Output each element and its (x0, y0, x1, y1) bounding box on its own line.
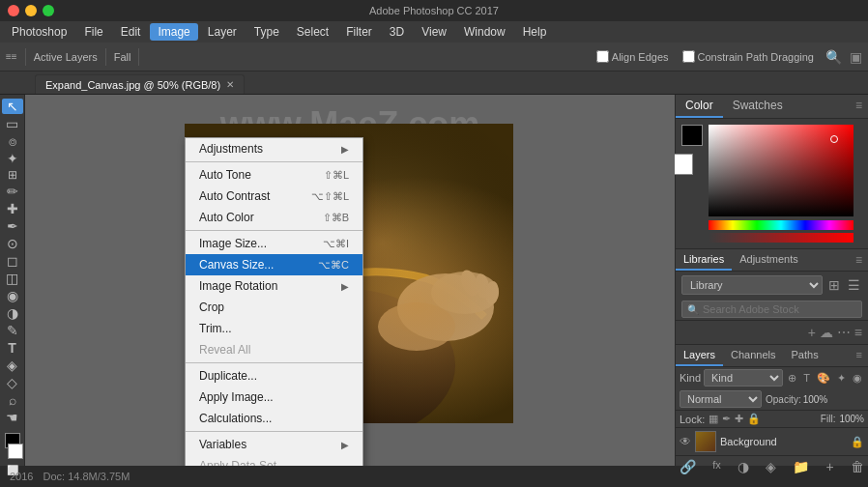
image-dropdown-menu[interactable]: Adjustments ▶ Auto Tone ⇧⌘L Auto Contras… (185, 137, 363, 466)
document-tab[interactable]: Expand_Canvas.jpg @ 50% (RGB/8) ✕ (35, 74, 245, 94)
crop-tool[interactable]: ⊞ (2, 168, 23, 182)
shape-tool[interactable]: ◇ (2, 375, 23, 390)
layer-filter-icon3[interactable]: 🎨 (815, 372, 832, 385)
magic-wand-tool[interactable]: ✦ (2, 151, 23, 166)
dodge-tool[interactable]: ◑ (2, 305, 23, 321)
layer-mask-button[interactable]: ◑ (738, 459, 749, 474)
menu-calculations[interactable]: Calculations... (186, 408, 362, 429)
menu-variables[interactable]: Variables ▶ (186, 434, 362, 455)
minimize-button[interactable] (25, 5, 37, 16)
layers-menu-button[interactable]: ≡ (851, 345, 868, 366)
search-icon[interactable]: 🔍 (825, 49, 842, 65)
menu-view[interactable]: View (414, 23, 454, 41)
color-tab[interactable]: Color (676, 95, 723, 118)
layer-new-button[interactable]: + (826, 459, 834, 474)
menu-image[interactable]: Image (150, 23, 197, 41)
window-controls[interactable] (8, 5, 54, 16)
lasso-tool[interactable]: ⌾ (2, 133, 23, 149)
library-select[interactable]: Library (681, 275, 823, 295)
canvas-area[interactable]: www.MacZ.com (25, 95, 675, 466)
library-search-bar[interactable]: 🔍 (681, 301, 862, 318)
layer-filter-icon4[interactable]: ✦ (835, 372, 848, 385)
libraries-tab[interactable]: Libraries (676, 249, 732, 271)
libraries-more-icon[interactable]: ⋯ (837, 325, 851, 340)
select-rect-tool[interactable]: ▭ (2, 116, 23, 131)
menu-auto-tone[interactable]: Auto Tone ⇧⌘L (186, 164, 362, 186)
layer-link-button[interactable]: 🔗 (680, 459, 696, 474)
layer-filter-icon5[interactable]: ◉ (851, 372, 864, 385)
menu-help[interactable]: Help (515, 23, 555, 41)
menu-auto-contrast[interactable]: Auto Contrast ⌥⇧⌘L (186, 186, 362, 207)
hue-slider[interactable] (709, 220, 854, 230)
document-tab-close[interactable]: ✕ (226, 79, 234, 90)
maximize-button[interactable] (43, 5, 54, 16)
layer-filter-icon1[interactable]: ⊕ (786, 372, 798, 385)
hand-tool[interactable]: ☚ (2, 410, 23, 425)
libraries-cloud-icon[interactable]: ☁ (820, 325, 833, 340)
layer-visibility-icon[interactable]: 👁 (680, 435, 691, 448)
layer-delete-button[interactable]: 🗑 (851, 459, 864, 474)
menu-edit[interactable]: Edit (113, 23, 149, 41)
eraser-tool[interactable]: ◻ (2, 253, 23, 269)
menu-layer[interactable]: Layer (200, 23, 245, 41)
menu-reveal-all[interactable]: Reveal All (186, 339, 362, 360)
fill-value[interactable]: 100% (839, 414, 864, 424)
alpha-slider[interactable] (709, 233, 854, 243)
paths-tab[interactable]: Paths (784, 345, 826, 366)
menu-canvas-size[interactable]: Canvas Size... ⌥⌘C (186, 254, 362, 275)
color-gradient-picker[interactable] (709, 125, 854, 216)
layer-row-background[interactable]: 👁 Background 🔒 (676, 428, 868, 455)
menu-trim[interactable]: Trim... (186, 318, 362, 339)
layer-name[interactable]: Background (720, 436, 847, 447)
menu-window[interactable]: Window (456, 23, 513, 41)
menu-apply-data-set[interactable]: Apply Data Set... (186, 455, 362, 466)
menu-duplicate[interactable]: Duplicate... (186, 365, 362, 387)
type-tool[interactable]: T (2, 340, 23, 356)
menu-crop[interactable]: Crop (186, 297, 362, 318)
libraries-menu-icon[interactable]: ≡ (854, 325, 862, 340)
layers-tab[interactable]: Layers (676, 345, 723, 366)
library-search-input[interactable] (703, 303, 856, 315)
heal-tool[interactable]: ✚ (2, 201, 23, 216)
menu-auto-color[interactable]: Auto Color ⇧⌘B (186, 207, 362, 228)
menu-photoshop[interactable]: Photoshop (4, 23, 74, 41)
menu-image-rotation[interactable]: Image Rotation ▶ (186, 275, 362, 297)
layer-group-button[interactable]: 📁 (793, 459, 809, 474)
menu-image-size[interactable]: Image Size... ⌥⌘I (186, 233, 362, 254)
foreground-swatch[interactable] (681, 125, 703, 146)
menu-apply-image[interactable]: Apply Image... (186, 387, 362, 408)
clone-tool[interactable]: ⊙ (2, 236, 23, 251)
menu-adjustments[interactable]: Adjustments ▶ (186, 138, 362, 159)
zoom-tool[interactable]: ⌕ (2, 392, 23, 408)
path-select-tool[interactable]: ◈ (2, 358, 23, 373)
move-tool[interactable]: ↖ (2, 99, 23, 114)
channels-tab[interactable]: Channels (723, 345, 783, 366)
menu-file[interactable]: File (76, 23, 110, 41)
menu-type[interactable]: Type (246, 23, 287, 41)
background-swatch[interactable] (672, 154, 693, 175)
eyedropper-tool[interactable]: ✏ (2, 184, 23, 199)
adjustments-tab[interactable]: Adjustments (732, 249, 806, 271)
lock-all-icon[interactable]: 🔒 (747, 413, 761, 425)
swatches-tab[interactable]: Swatches (723, 95, 793, 118)
brush-tool[interactable]: ✒ (2, 218, 23, 234)
blur-tool[interactable]: ◉ (2, 288, 23, 303)
layer-adjust-button[interactable]: ◈ (766, 459, 776, 474)
close-button[interactable] (8, 5, 19, 16)
constrain-path-checkbox[interactable] (682, 50, 695, 63)
kind-select[interactable]: Kind (704, 369, 783, 387)
libraries-add-icon[interactable]: + (808, 325, 816, 340)
layer-fx-button[interactable]: fx (712, 459, 721, 474)
library-grid-view[interactable]: ⊞ (826, 277, 842, 293)
lock-image-icon[interactable]: ✒ (722, 413, 731, 425)
align-edges-checkbox[interactable] (596, 50, 609, 63)
opacity-value[interactable]: 100% (803, 394, 832, 405)
layer-filter-icon2[interactable]: T (801, 372, 812, 384)
blend-mode-select[interactable]: Normal (680, 390, 762, 408)
menu-3d[interactable]: 3D (382, 23, 412, 41)
panel-toggle-icon[interactable]: ▣ (850, 49, 862, 65)
menu-filter[interactable]: Filter (338, 23, 380, 41)
library-list-view[interactable]: ☰ (846, 277, 862, 293)
lock-transparent-icon[interactable]: ▦ (709, 413, 718, 425)
menu-select[interactable]: Select (289, 23, 336, 41)
